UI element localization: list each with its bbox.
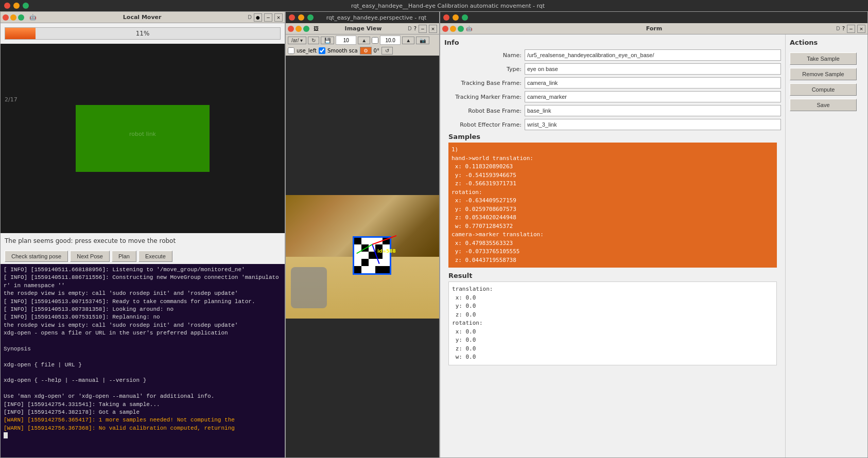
- terminal-line: Use 'man xdg-open' or 'xdg-open --manual…: [4, 393, 282, 400]
- form-d: D: [836, 26, 840, 31]
- plan-button[interactable]: Plan: [112, 251, 136, 262]
- robot-effector-label: Robot Effector Frame:: [444, 121, 522, 128]
- min-dot-middle[interactable]: [298, 14, 304, 21]
- use-left-checkbox[interactable]: [288, 47, 294, 54]
- imgview-help-btn[interactable]: ?: [414, 26, 416, 31]
- pose-counter: 2/17: [5, 96, 18, 103]
- robot-effector-input[interactable]: [525, 119, 781, 130]
- max-dot-middle[interactable]: [307, 14, 314, 21]
- terminal-line-warn: [WARN] [1559142756.367368]: No valid cal…: [4, 425, 282, 432]
- progress-bar: 11%: [5, 27, 281, 40]
- zoom-input[interactable]: [336, 36, 356, 45]
- tracking-marker-field-row: Tracking Marker Frame:: [444, 91, 781, 102]
- terminal-line: [4, 338, 282, 345]
- terminal-line: xdg-open - opens a file or URL in the us…: [4, 329, 282, 337]
- terminal-line: [4, 369, 282, 377]
- imgview-min-btn[interactable]: −: [419, 25, 427, 33]
- close-dot-left[interactable]: [4, 3, 10, 9]
- tracking-base-field-row: Tracking Base Frame:: [444, 77, 781, 89]
- terminal-line: [ INFO] [1559140511.886711556]: Construc…: [4, 274, 282, 290]
- max-dot-mover[interactable]: [18, 14, 24, 21]
- progress-area: 11%: [1, 23, 285, 44]
- min-dot-imgview[interactable]: [296, 26, 302, 32]
- image-view-titlebar: 🖼 Image View D ? − ×: [286, 23, 439, 34]
- zoom-up-btn2[interactable]: ▲: [402, 37, 414, 44]
- close-dot-right[interactable]: [443, 14, 449, 21]
- samples-title: Samples: [448, 133, 777, 140]
- image-toolbar-row2: use_left Smooth sca ⚙ 0° ↺: [286, 46, 439, 56]
- mover-panel-d: D: [248, 14, 252, 20]
- name-input[interactable]: [525, 49, 781, 61]
- tracking-base-label: Tracking Base Frame:: [444, 80, 522, 86]
- next-pose-button[interactable]: Next Pose: [70, 251, 110, 262]
- control-button-row: Check starting pose Next Pose Plan Execu…: [1, 249, 285, 264]
- terminal-line: the rosdep view is empty: call 'sudo ros…: [4, 322, 282, 329]
- compute-button[interactable]: Compute: [790, 83, 857, 96]
- terminal-line: Synopsis: [4, 345, 282, 353]
- form-panel: 🤖 Form D ? − × Info Name: Type:: [440, 11, 868, 458]
- robot-visualization: 2/17 robot link: [1, 44, 285, 233]
- save-image-btn[interactable]: 💾: [321, 37, 334, 44]
- zoom-display[interactable]: [380, 36, 401, 45]
- rotate-btn[interactable]: ↺: [381, 47, 393, 55]
- min-dot-right[interactable]: [453, 14, 459, 21]
- tracking-marker-label: Tracking Marker Frame:: [444, 94, 522, 100]
- type-input[interactable]: [525, 63, 781, 75]
- close-dot-mover[interactable]: [3, 14, 9, 21]
- fit-checkbox[interactable]: [372, 37, 378, 44]
- mover-float-btn[interactable]: ●: [254, 13, 262, 22]
- refresh-btn[interactable]: ↻: [308, 37, 319, 44]
- type-label: Type:: [444, 66, 522, 73]
- terminal-line: [ INFO] [1559140513.007153745]: Ready to…: [4, 298, 282, 306]
- min-dot-form[interactable]: [450, 26, 456, 32]
- min-dot-left[interactable]: [13, 3, 20, 9]
- result-section: Result translation: x: 0.0 y: 0.0 z: 0.0…: [444, 272, 781, 369]
- form-help-btn[interactable]: ?: [842, 26, 845, 31]
- left-window-title: rqt_easy_handeye__Hand-eye Calibration a…: [32, 3, 864, 9]
- local-mover-icon: 🤖: [29, 14, 37, 21]
- local-mover-titlebar: 🤖 Local Mover D ● − ×: [1, 12, 285, 23]
- form-min-btn[interactable]: −: [847, 25, 855, 33]
- tracking-base-input[interactable]: [525, 77, 781, 89]
- result-content: translation: x: 0.0 y: 0.0 z: 0.0 rotati…: [452, 285, 773, 362]
- status-text: The plan seems good: press execute to mo…: [1, 233, 285, 249]
- middle-window-title: rqt_easy_handeye.perspective - rqt: [317, 14, 436, 21]
- execute-button[interactable]: Execute: [138, 251, 172, 262]
- actions-panel: Actions Take Sample Remove Sample Comput…: [785, 34, 867, 457]
- use-left-label: use_left: [297, 48, 317, 54]
- smooth-checkbox[interactable]: [319, 47, 325, 54]
- form-close-btn[interactable]: ×: [857, 25, 865, 33]
- max-dot-imgview[interactable]: [303, 26, 309, 32]
- max-dot-form[interactable]: [458, 26, 464, 32]
- aruco-marker: [353, 236, 391, 275]
- name-label: Name:: [444, 52, 522, 59]
- terminal-line: [4, 385, 282, 393]
- max-dot-right[interactable]: [462, 14, 468, 21]
- image-toolbar: /ar/ ▾ ↻ 💾 ▲ ▲ 📷: [286, 34, 439, 46]
- terminal-cursor-line: [4, 432, 282, 441]
- mover-min-btn[interactable]: −: [264, 13, 272, 22]
- close-dot-form[interactable]: [442, 26, 448, 32]
- zoom-up-btn[interactable]: ▲: [358, 37, 370, 44]
- close-dot-imgview[interactable]: [288, 26, 294, 32]
- terminal-line: [INFO] [1559142754.382178]: Got a sample: [4, 409, 282, 416]
- imgview-close-btn[interactable]: ×: [429, 25, 437, 33]
- remove-sample-button[interactable]: Remove Sample: [790, 68, 857, 80]
- close-dot-middle[interactable]: [289, 14, 295, 21]
- robot-base-input[interactable]: [525, 105, 781, 116]
- mover-close-btn[interactable]: ×: [274, 13, 283, 22]
- dynamic-reconfigure-btn[interactable]: ⚙: [360, 47, 372, 55]
- samples-section: Samples 1) hand->world translation: x: 0…: [444, 133, 781, 272]
- take-sample-button[interactable]: Take Sample: [790, 52, 857, 65]
- terminal-line: [4, 353, 282, 361]
- min-dot-mover[interactable]: [10, 14, 16, 21]
- imgview-d: D: [408, 26, 412, 31]
- info-section-title: Info: [444, 39, 781, 46]
- tracking-marker-input[interactable]: [525, 91, 781, 102]
- check-starting-pose-button[interactable]: Check starting pose: [5, 251, 68, 262]
- screenshot-btn[interactable]: 📷: [416, 37, 429, 44]
- topic-selector[interactable]: /ar/ ▾: [288, 37, 306, 44]
- terminal-line: [INFO] [1559142754.331541]: Taking a sam…: [4, 401, 282, 409]
- save-button[interactable]: Save: [790, 99, 857, 111]
- max-dot-left[interactable]: [23, 3, 29, 9]
